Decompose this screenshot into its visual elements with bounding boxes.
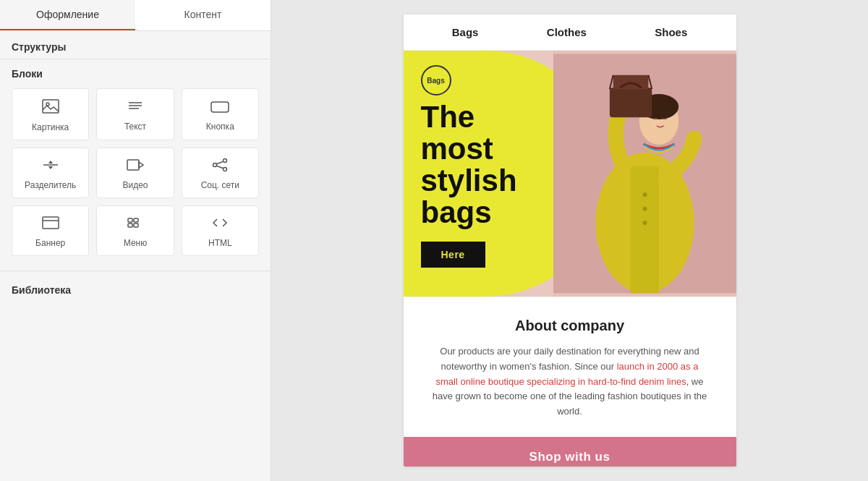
svg-rect-9: [127, 160, 139, 170]
video-icon: [127, 158, 144, 174]
text-icon: [127, 100, 143, 116]
block-button-label: Кнопка: [206, 122, 234, 132]
block-divider-label: Разделитель: [25, 180, 76, 190]
block-video[interactable]: Видео: [96, 148, 174, 198]
block-image-label: Картинка: [32, 122, 69, 132]
svg-point-12: [224, 168, 227, 171]
shop-button[interactable]: Shop with us: [529, 450, 610, 464]
svg-line-14: [217, 161, 224, 164]
block-social-label: Соц. сети: [201, 180, 239, 190]
svg-marker-10: [139, 162, 143, 168]
html-icon: [211, 216, 229, 232]
nav-bags[interactable]: Bags: [452, 26, 479, 38]
block-html[interactable]: HTML: [182, 205, 259, 256]
bags-badge: Bags: [421, 65, 451, 95]
svg-point-33: [642, 192, 647, 197]
social-icon: [212, 158, 228, 174]
preview-container: Bags Clothes Shoes: [404, 14, 736, 467]
svg-rect-5: [211, 102, 229, 112]
block-banner-label: Баннер: [35, 238, 65, 248]
library-section: Библиотека: [0, 274, 271, 302]
block-menu-label: Меню: [124, 238, 147, 248]
svg-line-15: [217, 166, 224, 169]
block-divider[interactable]: Разделитель: [12, 148, 89, 198]
divider-icon: [42, 158, 59, 174]
nav-clothes[interactable]: Clothes: [547, 26, 587, 38]
left-panel: Оформление Контент Структуры Блоки Карти…: [0, 0, 271, 481]
blocks-grid: Картинка Текст Кнопка Разделитель: [12, 88, 259, 256]
svg-rect-21: [134, 224, 138, 227]
block-html-label: HTML: [208, 238, 232, 248]
svg-point-11: [224, 159, 227, 163]
image-icon: [42, 99, 59, 116]
structures-label: Структуры: [0, 31, 271, 59]
nav-shoes[interactable]: Shoes: [655, 26, 687, 38]
hero-content: Bags The most stylish bags Here: [421, 65, 517, 268]
svg-rect-16: [43, 217, 59, 229]
svg-rect-24: [631, 166, 659, 293]
block-button[interactable]: Кнопка: [182, 88, 259, 140]
block-menu[interactable]: Меню: [96, 205, 174, 256]
blocks-label: Блоки: [12, 68, 259, 82]
svg-point-13: [213, 163, 217, 167]
hero-title: The most stylish bags: [421, 101, 517, 229]
shop-section: Shop with us: [404, 437, 736, 467]
hero-image-area: [553, 51, 736, 297]
block-text[interactable]: Текст: [96, 88, 174, 140]
tabs-row: Оформление Контент: [0, 0, 271, 31]
svg-rect-19: [134, 218, 138, 222]
svg-rect-0: [43, 100, 59, 113]
svg-rect-29: [609, 88, 651, 117]
nav-bar: Bags Clothes Shoes: [404, 14, 736, 51]
menu-icon: [127, 216, 144, 232]
banner-icon: [42, 216, 59, 232]
svg-marker-8: [48, 166, 53, 169]
hero-section: Bags The most stylish bags Here: [404, 51, 736, 297]
about-text: Our products are your daily destination …: [433, 344, 707, 420]
button-icon: [210, 100, 229, 116]
hero-button[interactable]: Here: [421, 242, 485, 268]
block-image[interactable]: Картинка: [12, 88, 89, 140]
svg-rect-20: [128, 224, 132, 227]
about-title: About company: [433, 318, 707, 334]
blocks-section: Блоки Картинка Текст Кнопка: [0, 62, 271, 262]
right-panel: Bags Clothes Shoes: [271, 0, 868, 481]
library-label: Библиотека: [12, 284, 259, 296]
structures-divider: [0, 59, 271, 59]
tab-oformlenie[interactable]: Оформление: [0, 0, 135, 30]
svg-marker-7: [48, 161, 53, 163]
about-section: About company Our products are your dail…: [404, 297, 736, 437]
svg-point-35: [642, 221, 647, 225]
fashion-illustration: [553, 51, 736, 297]
tab-kontent[interactable]: Контент: [135, 0, 271, 30]
svg-rect-18: [128, 218, 132, 222]
svg-point-34: [642, 207, 647, 211]
block-banner[interactable]: Баннер: [12, 205, 89, 256]
block-video-label: Видео: [122, 180, 148, 190]
library-divider: [0, 271, 271, 271]
block-text-label: Текст: [124, 122, 146, 132]
block-social[interactable]: Соц. сети: [182, 148, 259, 198]
